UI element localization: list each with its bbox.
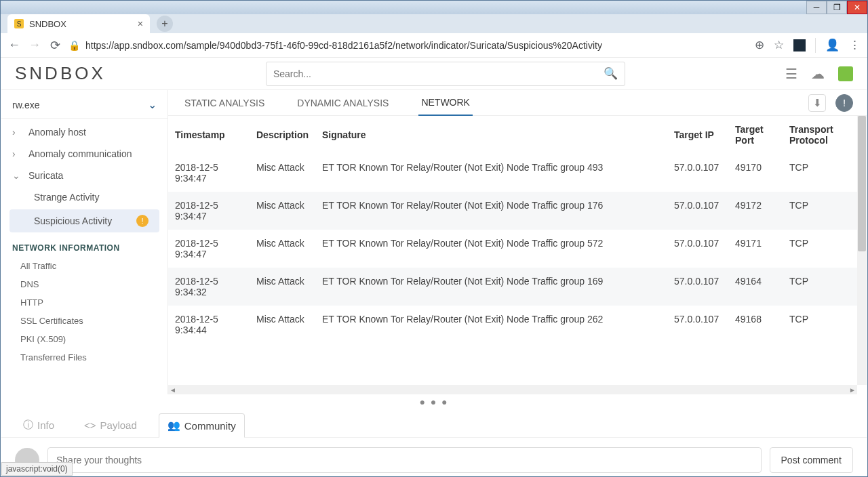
sidebar-link-all-traffic[interactable]: All Traffic	[1, 257, 167, 275]
new-tab-button[interactable]: +	[157, 16, 173, 32]
col-timestamp: Timestamp	[168, 116, 250, 154]
tab-network[interactable]: NETWORK	[418, 90, 473, 116]
table-row[interactable]: 2018-12-5 9:34:47Misc AttackET TOR Known…	[168, 154, 857, 192]
col-target-ip: Target IP	[667, 116, 728, 154]
table-cell: TCP	[783, 192, 857, 230]
tab-close-icon[interactable]: ×	[138, 18, 143, 29]
table-cell: Misc Attack	[250, 268, 315, 306]
zoom-icon[interactable]: ⊕	[755, 38, 764, 52]
status-bar: javascript:void(0)	[1, 462, 73, 476]
sidebar-heading-network-info: NETWORK INFORMATION	[1, 234, 167, 257]
comment-row: Post comment	[1, 438, 867, 477]
tab-payload[interactable]: <> Payload	[76, 414, 145, 436]
table-row[interactable]: 2018-12-5 9:34:47Misc AttackET TOR Known…	[168, 230, 857, 268]
network-table: Timestamp Description Signature Target I…	[168, 116, 857, 385]
url-text: https://app.sndbox.com/sample/940d0bd3-7…	[85, 40, 602, 51]
sidebar-link-ssl[interactable]: SSL Certificates	[1, 312, 167, 330]
table-cell: Misc Attack	[250, 192, 315, 230]
sidebar-label: Anomaly host	[28, 127, 86, 138]
table-cell: Misc Attack	[250, 230, 315, 268]
window-close-button[interactable]: ✕	[847, 1, 867, 14]
table-cell: 2018-12-5 9:34:47	[168, 230, 250, 268]
tab-label: Payload	[100, 419, 137, 431]
tab-dynamic-analysis[interactable]: DYNAMIC ANALYSIS	[294, 91, 391, 115]
file-selector[interactable]: rw.exe ⌄	[12, 98, 157, 111]
info-circle-icon: ⓘ	[23, 419, 33, 432]
table-row[interactable]: 2018-12-5 9:34:47Misc AttackET TOR Known…	[168, 192, 857, 230]
browser-tab[interactable]: S SNDBOX ×	[7, 14, 150, 33]
table-cell: 2018-12-5 9:34:47	[168, 154, 250, 192]
divider	[1, 118, 167, 119]
chevron-down-icon: ⌄	[148, 98, 157, 111]
sidebar-item-anomaly-communication[interactable]: › Anomaly communication	[1, 143, 167, 165]
sidebar-link-dns[interactable]: DNS	[1, 275, 167, 293]
col-signature: Signature	[315, 116, 667, 154]
col-target-port: Target Port	[728, 116, 783, 154]
url-field[interactable]: 🔒 https://app.sndbox.com/sample/940d0bd3…	[68, 40, 748, 51]
table-cell: TCP	[783, 154, 857, 192]
window-maximize-button[interactable]: ❐	[827, 1, 847, 14]
chevron-down-icon: ⌄	[12, 170, 22, 181]
extension-icon[interactable]	[793, 39, 806, 51]
sidebar-item-suricata[interactable]: ⌄ Suricata	[1, 165, 167, 186]
download-icon[interactable]: ⬇	[808, 94, 826, 112]
table-row[interactable]: 2018-12-5 9:34:32Misc AttackET TOR Known…	[168, 268, 857, 306]
drag-handle-icon[interactable]: ● ● ●	[1, 394, 867, 409]
table-cell: Misc Attack	[250, 306, 315, 344]
sidebar-subitem-strange-activity[interactable]: Strange Activity	[1, 186, 167, 208]
col-transport-protocol: Transport Protocol	[783, 116, 857, 154]
list-icon[interactable]: ☰	[785, 66, 797, 82]
table-cell: 49172	[728, 192, 783, 230]
table-cell: 49164	[728, 268, 783, 306]
table-cell: ET TOR Known Tor Relay/Router (Not Exit)…	[315, 306, 667, 344]
search-box[interactable]: 🔍	[266, 62, 625, 86]
table-cell: 57.0.0.107	[667, 268, 728, 306]
avatar-icon[interactable]	[838, 66, 853, 81]
tab-community[interactable]: 👥 Community	[159, 413, 245, 438]
table-cell: 49168	[728, 306, 783, 344]
table-cell: 57.0.0.107	[667, 154, 728, 192]
table-cell: TCP	[783, 268, 857, 306]
reload-icon[interactable]: ⟳	[48, 38, 62, 53]
vertical-scrollbar[interactable]	[857, 116, 867, 385]
window-titlebar: ─ ❐ ✕	[1, 1, 867, 14]
table-cell: 2018-12-5 9:34:32	[168, 268, 250, 306]
sidebar-label: Strange Activity	[34, 192, 100, 203]
table-cell: 49170	[728, 154, 783, 192]
sidebar-link-pki[interactable]: PKI (X.509)	[1, 330, 167, 348]
alert-badge: !	[136, 215, 149, 227]
table-cell: 2018-12-5 9:34:47	[168, 192, 250, 230]
menu-icon[interactable]: ⋮	[849, 38, 861, 52]
lock-icon: 🔒	[68, 40, 80, 51]
sidebar-label: Anomaly communication	[28, 148, 132, 159]
comment-input[interactable]	[47, 447, 762, 473]
sidebar-subitem-suspicious-activity[interactable]: Suspicious Activity !	[9, 209, 159, 232]
table-cell: ET TOR Known Tor Relay/Router (Not Exit)…	[315, 192, 667, 230]
sidebar-link-http[interactable]: HTTP	[1, 293, 167, 312]
sidebar-item-anomaly-host[interactable]: › Anomaly host	[1, 121, 167, 143]
upload-icon[interactable]: ☁	[811, 66, 825, 82]
horizontal-scrollbar[interactable]: ◄►	[168, 385, 857, 394]
forward-icon[interactable]: →	[28, 38, 41, 52]
back-icon[interactable]: ←	[7, 38, 21, 52]
post-comment-button[interactable]: Post comment	[770, 447, 853, 473]
table-row[interactable]: 2018-12-5 9:34:44Misc AttackET TOR Known…	[168, 306, 857, 344]
table-header-row: Timestamp Description Signature Target I…	[168, 116, 857, 154]
sidebar: rw.exe ⌄ › Anomaly host › Anomaly commun…	[1, 90, 168, 394]
window-minimize-button[interactable]: ─	[806, 1, 827, 14]
sidebar-link-transferred-files[interactable]: Transferred Files	[1, 348, 167, 367]
analysis-tabs: STATIC ANALYSIS DYNAMIC ANALYSIS NETWORK…	[168, 90, 867, 116]
search-icon[interactable]: 🔍	[604, 66, 618, 81]
app-topbar: SNDBOX 🔍 ☰ ☁	[1, 58, 867, 90]
star-icon[interactable]: ☆	[774, 38, 784, 52]
sidebar-label: Suspicious Activity	[34, 215, 112, 226]
tab-label: Info	[37, 419, 54, 431]
table-cell: 2018-12-5 9:34:44	[168, 306, 250, 344]
tab-info[interactable]: ⓘ Info	[15, 413, 62, 437]
search-input[interactable]	[273, 68, 604, 79]
file-name: rw.exe	[12, 100, 39, 110]
info-icon[interactable]: !	[835, 94, 853, 112]
profile-icon[interactable]: 👤	[825, 38, 840, 52]
tab-static-analysis[interactable]: STATIC ANALYSIS	[182, 91, 267, 115]
main-panel: STATIC ANALYSIS DYNAMIC ANALYSIS NETWORK…	[168, 90, 867, 394]
